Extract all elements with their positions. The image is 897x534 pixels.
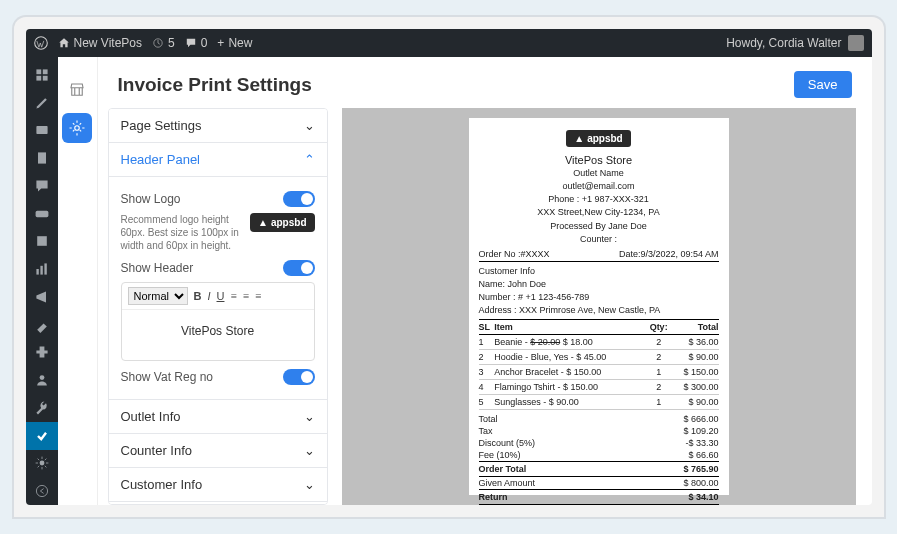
header-panel-body: Show Logo Recommend logo height 60px. Be… (109, 177, 327, 400)
align-left-icon[interactable]: ≡ (230, 290, 236, 302)
acc-counter-info[interactable]: Counter Info⌄ (109, 434, 327, 468)
order-date: Date:9/3/2022, 09:54 AM (619, 249, 719, 259)
menu-posts[interactable] (26, 89, 58, 117)
receipt-address: XXX Street,New City-1234, PA (479, 206, 719, 218)
wp-admin-bar: New VitePos 5 0 + New Howdy, Cordia Walt… (26, 29, 872, 57)
wp-sidebar (26, 57, 58, 505)
receipt-phone: Phone : +1 987-XXX-321 (479, 193, 719, 205)
svg-rect-4 (42, 76, 47, 81)
menu-comments[interactable] (26, 172, 58, 200)
show-header-label: Show Header (121, 261, 283, 275)
receipt-store: VitePos Store (479, 154, 719, 166)
comments[interactable]: 0 (185, 36, 208, 50)
svg-rect-8 (37, 237, 47, 247)
howdy-text[interactable]: Howdy, Cordia Walter (726, 36, 841, 50)
svg-rect-5 (36, 126, 47, 134)
acc-item-details[interactable]: Item Details⌄ (109, 502, 327, 505)
table-row: 4Flamingo Tshirt - $ 150.002$ 300.00 (479, 380, 719, 395)
table-row: 1Beanie - $ 20.00 $ 18.002$ 36.00 (479, 335, 719, 350)
acc-header-panel[interactable]: Header Panel⌃ (109, 143, 327, 177)
show-vat-label: Show Vat Reg no (121, 370, 283, 384)
menu-analytics[interactable] (26, 255, 58, 283)
menu-products[interactable] (26, 228, 58, 256)
items-table: SL Item Qty: Total 1Beanie - $ 20.00 $ 1… (479, 319, 719, 410)
logo-hint: Recommend logo height 60px. Best size is… (121, 213, 243, 252)
chevron-down-icon: ⌄ (304, 118, 315, 133)
svg-rect-2 (42, 69, 47, 74)
underline-icon[interactable]: U (217, 290, 225, 302)
receipt-logo: ▲ appsbd (566, 130, 630, 147)
menu-plugins[interactable] (26, 339, 58, 367)
receipt-email: outlet@email.com (479, 180, 719, 192)
svg-point-0 (34, 37, 47, 50)
svg-point-12 (39, 375, 44, 380)
avatar[interactable] (848, 35, 864, 51)
svg-rect-3 (36, 76, 41, 81)
bold-icon[interactable]: B (194, 290, 202, 302)
svg-rect-7 (35, 210, 48, 216)
menu-media[interactable] (26, 117, 58, 145)
wp-logo-icon[interactable] (34, 36, 48, 50)
table-row: 3Anchor Bracelet - $ 150.001$ 150.00 (479, 365, 719, 380)
store-icon[interactable] (62, 75, 92, 105)
save-button[interactable]: Save (794, 71, 852, 98)
menu-vitepos[interactable] (26, 422, 58, 450)
new-content[interactable]: + New (217, 36, 252, 50)
show-logo-label: Show Logo (121, 192, 283, 206)
menu-appearance[interactable] (26, 311, 58, 339)
receipt-counter: Counter : (479, 233, 719, 245)
receipt-preview: ▲ appsbd VitePos Store Outlet Name outle… (342, 108, 856, 505)
totals: Total$ 666.00 Tax$ 109.20 Discount (5%)-… (479, 413, 719, 505)
chevron-down-icon: ⌄ (304, 443, 315, 458)
menu-marketing[interactable] (26, 283, 58, 311)
menu-tools[interactable] (26, 394, 58, 422)
align-center-icon[interactable]: ≡ (243, 290, 249, 302)
menu-pages[interactable] (26, 144, 58, 172)
format-select[interactable]: Normal (128, 287, 188, 305)
customer-address: Address : XXX Primrose Ave, New Castle, … (479, 304, 719, 316)
table-row: 2Hoodie - Blue, Yes - $ 45.002$ 90.00 (479, 350, 719, 365)
align-right-icon[interactable]: ≡ (255, 290, 261, 302)
chevron-down-icon: ⌄ (304, 477, 315, 492)
svg-rect-9 (36, 269, 38, 275)
receipt-outlet: Outlet Name (479, 167, 719, 179)
customer-info-label: Customer Info (479, 265, 719, 277)
customer-number: Number : # +1 123-456-789 (479, 291, 719, 303)
th-item: Item (494, 320, 646, 335)
updates[interactable]: 5 (152, 36, 175, 50)
editor-content[interactable]: VitePos Store (122, 310, 314, 360)
menu-settings[interactable] (26, 450, 58, 478)
menu-woo[interactable] (26, 200, 58, 228)
italic-icon[interactable]: I (207, 290, 210, 302)
svg-point-14 (36, 486, 47, 497)
order-no: Order No :#XXXX (479, 249, 550, 259)
vitepos-icon-column (58, 57, 98, 505)
show-logo-toggle[interactable] (283, 191, 315, 207)
menu-collapse[interactable] (26, 477, 58, 505)
svg-rect-10 (40, 266, 42, 275)
menu-users[interactable] (26, 366, 58, 394)
site-name[interactable]: New VitePos (58, 36, 142, 50)
chevron-down-icon: ⌄ (304, 409, 315, 424)
header-editor: Normal B I U ≡ ≡ ≡ VitePos Store (121, 282, 315, 361)
menu-dashboard[interactable] (26, 61, 58, 89)
table-row: 5Sunglasses - $ 90.001$ 90.00 (479, 395, 719, 410)
acc-page-settings[interactable]: Page Settings⌄ (109, 109, 327, 143)
svg-point-15 (75, 126, 80, 131)
svg-rect-6 (38, 153, 46, 164)
show-vat-toggle[interactable] (283, 369, 315, 385)
th-qty: Qty: (646, 320, 670, 335)
customer-name: Name: John Doe (479, 278, 719, 290)
settings-panel: Page Settings⌄ Header Panel⌃ Show Logo R… (108, 108, 328, 505)
svg-rect-11 (44, 264, 46, 275)
show-header-toggle[interactable] (283, 260, 315, 276)
page-title: Invoice Print Settings (118, 74, 312, 96)
acc-customer-info[interactable]: Customer Info⌄ (109, 468, 327, 502)
acc-outlet-info[interactable]: Outlet Info⌄ (109, 400, 327, 434)
gear-icon[interactable] (62, 113, 92, 143)
svg-rect-1 (36, 69, 41, 74)
chevron-up-icon: ⌃ (304, 152, 315, 167)
logo-preview: ▲ appsbd (250, 213, 314, 232)
receipt-processed: Processed By Jane Doe (479, 220, 719, 232)
receipt: ▲ appsbd VitePos Store Outlet Name outle… (469, 118, 729, 495)
